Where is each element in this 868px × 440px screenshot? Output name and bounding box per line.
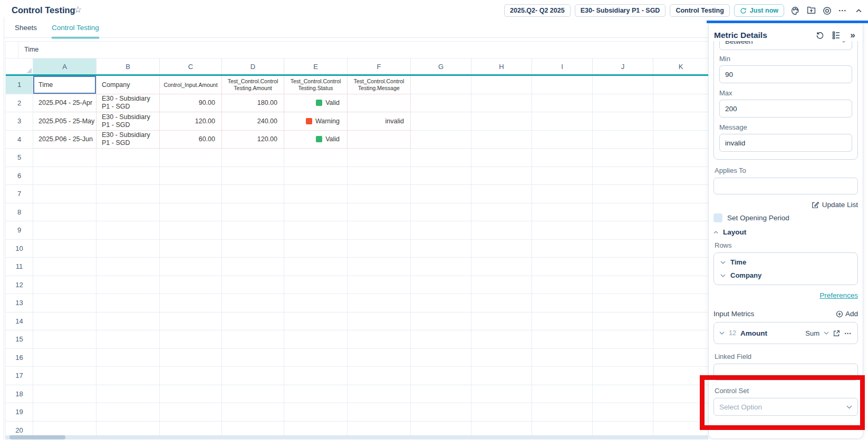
add-metric-button[interactable]: Add bbox=[836, 310, 858, 318]
condition-select[interactable]: Between bbox=[719, 41, 852, 50]
export-folder-icon[interactable] bbox=[806, 6, 816, 15]
cell-E13[interactable] bbox=[284, 294, 348, 312]
cell-K17[interactable] bbox=[653, 367, 708, 385]
cell-F7[interactable] bbox=[348, 185, 411, 203]
cell-I12[interactable] bbox=[532, 276, 593, 295]
cell-B13[interactable] bbox=[97, 294, 160, 312]
cell-A6[interactable] bbox=[33, 167, 97, 185]
cell-J1[interactable] bbox=[593, 76, 653, 94]
column-header-J[interactable]: J bbox=[593, 58, 653, 74]
cell-D10[interactable] bbox=[222, 240, 284, 258]
select-all-corner[interactable] bbox=[6, 58, 33, 74]
cell-E5[interactable] bbox=[284, 149, 348, 167]
cell-I9[interactable] bbox=[532, 221, 593, 240]
cell-H8[interactable] bbox=[471, 203, 532, 222]
cell-K8[interactable] bbox=[653, 203, 708, 222]
row-header-17[interactable]: 17 bbox=[6, 367, 33, 385]
cell-K3[interactable] bbox=[653, 112, 708, 131]
cell-H14[interactable] bbox=[471, 312, 532, 331]
cell-F18[interactable] bbox=[348, 385, 411, 404]
cell-E4[interactable]: Valid bbox=[284, 131, 348, 149]
cell-G9[interactable] bbox=[411, 221, 471, 240]
cell-C4[interactable]: 60.00 bbox=[160, 131, 222, 149]
cell-G8[interactable] bbox=[411, 203, 471, 222]
cell-B7[interactable] bbox=[97, 185, 160, 203]
cell-I10[interactable] bbox=[532, 240, 593, 258]
row-header-19[interactable]: 19 bbox=[6, 403, 33, 422]
cell-J2[interactable] bbox=[593, 94, 653, 113]
cell-I16[interactable] bbox=[532, 349, 593, 367]
cell-B11[interactable] bbox=[97, 258, 160, 276]
row-dimension-company[interactable]: Company bbox=[714, 269, 857, 282]
cell-B12[interactable] bbox=[97, 276, 160, 295]
cell-G7[interactable] bbox=[411, 185, 471, 203]
cell-E11[interactable] bbox=[284, 258, 348, 276]
cell-H7[interactable] bbox=[471, 185, 532, 203]
row-header-14[interactable]: 14 bbox=[6, 312, 33, 331]
cell-K11[interactable] bbox=[653, 258, 708, 276]
cell-H16[interactable] bbox=[471, 349, 532, 367]
cell-F19[interactable] bbox=[348, 403, 411, 422]
cell-D12[interactable] bbox=[222, 276, 284, 295]
cell-G10[interactable] bbox=[411, 240, 471, 258]
row-header-8[interactable]: 8 bbox=[6, 203, 33, 222]
cell-F8[interactable] bbox=[348, 203, 411, 222]
cell-K13[interactable] bbox=[653, 294, 708, 312]
cell-B8[interactable] bbox=[97, 203, 160, 222]
cell-K14[interactable] bbox=[653, 312, 708, 331]
layout-section-toggle[interactable]: Layout bbox=[713, 228, 858, 236]
cell-K18[interactable] bbox=[653, 385, 708, 404]
cell-A3[interactable]: 2025.P05 - 25-May bbox=[33, 112, 97, 131]
cell-D11[interactable] bbox=[222, 258, 284, 276]
cell-K12[interactable] bbox=[653, 276, 708, 295]
cell-A19[interactable] bbox=[33, 403, 97, 422]
cell-K1[interactable] bbox=[653, 76, 708, 94]
cell-F3[interactable]: invalid bbox=[348, 112, 411, 131]
cell-J5[interactable] bbox=[593, 149, 653, 167]
cell-H13[interactable] bbox=[471, 294, 532, 312]
cell-D9[interactable] bbox=[222, 221, 284, 240]
cell-I13[interactable] bbox=[532, 294, 593, 312]
cell-A7[interactable] bbox=[33, 185, 97, 203]
cell-C12[interactable] bbox=[160, 276, 222, 295]
tab-control-testing[interactable]: Control Testing bbox=[52, 24, 99, 38]
cell-J16[interactable] bbox=[593, 349, 653, 367]
cell-C10[interactable] bbox=[160, 240, 222, 258]
row-header-7[interactable]: 7 bbox=[6, 185, 33, 203]
cell-H11[interactable] bbox=[471, 258, 532, 276]
refresh-button[interactable]: Just now bbox=[734, 4, 784, 17]
cell-A9[interactable] bbox=[33, 221, 97, 240]
cell-H3[interactable] bbox=[471, 112, 532, 131]
cell-A5[interactable] bbox=[33, 149, 97, 167]
cell-I17[interactable] bbox=[532, 367, 593, 385]
cell-F2[interactable] bbox=[348, 94, 411, 113]
cell-I2[interactable] bbox=[532, 94, 593, 113]
bullseye-icon[interactable] bbox=[822, 6, 832, 15]
column-header-D[interactable]: D bbox=[222, 58, 284, 74]
cell-B14[interactable] bbox=[97, 312, 160, 331]
control-set-select[interactable]: Select Option bbox=[713, 398, 858, 416]
row-header-4[interactable]: 4 bbox=[6, 131, 33, 149]
cell-D7[interactable] bbox=[222, 185, 284, 203]
cell-E14[interactable] bbox=[284, 312, 348, 331]
cell-A2[interactable]: 2025.P04 - 25-Apr bbox=[33, 94, 97, 113]
cell-H18[interactable] bbox=[471, 385, 532, 404]
max-input[interactable]: 200 bbox=[719, 100, 852, 118]
cell-K7[interactable] bbox=[653, 185, 708, 203]
cell-A15[interactable] bbox=[33, 330, 97, 349]
cell-C1[interactable]: Control_Input.Amount bbox=[160, 76, 222, 94]
cell-C19[interactable] bbox=[160, 403, 222, 422]
cell-A1[interactable]: Time bbox=[33, 76, 97, 94]
cell-E19[interactable] bbox=[284, 403, 348, 422]
cell-I1[interactable] bbox=[532, 76, 593, 94]
cell-J8[interactable] bbox=[593, 203, 653, 222]
cell-C9[interactable] bbox=[160, 221, 222, 240]
row-header-2[interactable]: 2 bbox=[6, 94, 33, 113]
cell-B16[interactable] bbox=[97, 349, 160, 367]
reset-icon[interactable] bbox=[815, 31, 825, 40]
cell-K10[interactable] bbox=[653, 240, 708, 258]
preferences-link[interactable]: Preferences bbox=[713, 291, 858, 299]
cell-G4[interactable] bbox=[411, 131, 471, 149]
cell-K19[interactable] bbox=[653, 403, 708, 422]
cell-J10[interactable] bbox=[593, 240, 653, 258]
